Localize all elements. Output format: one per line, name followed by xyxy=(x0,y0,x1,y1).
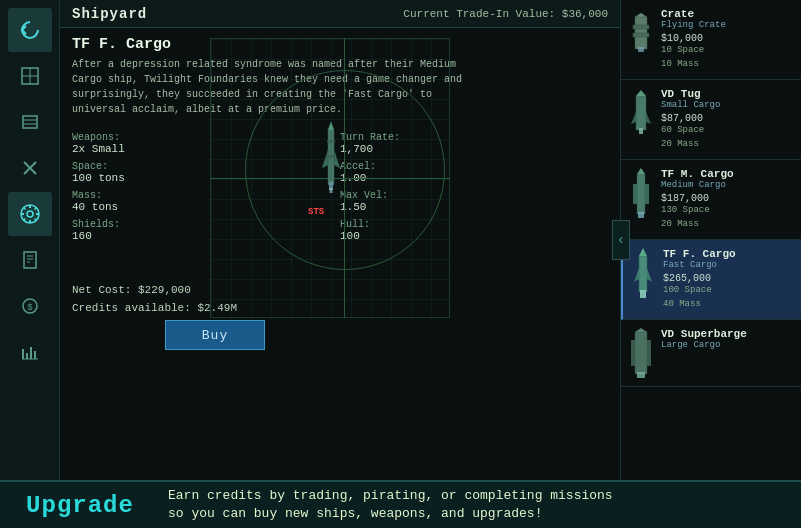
ship-card-sprite xyxy=(629,168,653,218)
svg-text:$: $ xyxy=(27,303,33,313)
svg-marker-41 xyxy=(635,13,647,17)
svg-marker-56 xyxy=(647,268,652,282)
svg-marker-55 xyxy=(634,268,639,282)
upgrade-label: Upgrade xyxy=(0,492,160,519)
ship-card-type: Flying Crate xyxy=(661,20,793,30)
svg-rect-42 xyxy=(638,47,644,52)
ship-card-name: TF M. Cargo xyxy=(661,168,793,180)
ship-card-stats: 130 Space 20 Mass xyxy=(661,204,793,231)
buy-button[interactable]: Buy xyxy=(165,320,265,350)
svg-rect-36 xyxy=(327,140,335,143)
svg-rect-48 xyxy=(637,174,645,214)
svg-marker-31 xyxy=(322,150,328,168)
ship-card-price: $10,000 xyxy=(661,33,793,44)
ship-card-name: Crate xyxy=(661,8,793,20)
ship-card-crate[interactable]: CrateFlying Crate$10,00010 Space 10 Mass xyxy=(621,0,801,80)
ship-card-stats: 100 Space 40 Mass xyxy=(663,284,793,311)
ship-card-type: Small Cargo xyxy=(661,100,793,110)
ship-card-info: TF F. CargoFast Cargo$265,000100 Space 4… xyxy=(663,248,793,311)
ship-card-type: Fast Cargo xyxy=(663,260,793,270)
ship-card-price: $87,000 xyxy=(661,113,793,124)
ship-card-name: TF F. Cargo xyxy=(663,248,793,260)
sidebar-icon-missions[interactable] xyxy=(8,238,52,282)
main-panel: Shipyard Current Trade-In Value: $36,000… xyxy=(60,0,620,480)
sidebar-icon-finance[interactable] xyxy=(8,330,52,374)
sts-label: STS xyxy=(308,207,324,217)
svg-marker-45 xyxy=(631,112,636,124)
svg-rect-3 xyxy=(23,116,37,128)
ship-card-sprite xyxy=(629,88,653,138)
bottom-bar: Upgrade Earn credits by trading, piratin… xyxy=(0,480,801,528)
svg-marker-30 xyxy=(328,122,334,130)
svg-rect-39 xyxy=(633,25,649,29)
svg-rect-18 xyxy=(24,252,36,268)
ship-card-stats: 60 Space 20 Mass xyxy=(661,124,793,151)
ship-list-panel: CrateFlying Crate$10,00010 Space 10 Mass… xyxy=(620,0,801,480)
sidebar-icon-cargo[interactable] xyxy=(8,100,52,144)
svg-rect-62 xyxy=(637,372,645,378)
ship-card-price: $265,000 xyxy=(663,273,793,284)
ship-sprite xyxy=(322,120,340,200)
svg-marker-46 xyxy=(646,112,651,124)
ship-card-stats: 10 Space 10 Mass xyxy=(661,44,793,71)
sidebar-icon-back[interactable] xyxy=(8,8,52,52)
svg-rect-53 xyxy=(639,256,647,292)
collapse-panel-button[interactable]: ‹ xyxy=(612,220,630,260)
ship-card-vd-tug[interactable]: VD TugSmall Cargo$87,00060 Space 20 Mass xyxy=(621,80,801,160)
sidebar-icon-trade[interactable]: $ xyxy=(8,284,52,328)
svg-rect-47 xyxy=(639,128,643,134)
svg-rect-40 xyxy=(633,33,649,37)
svg-line-17 xyxy=(23,219,25,221)
ship-card-type: Medium Cargo xyxy=(661,180,793,190)
svg-marker-59 xyxy=(635,328,647,332)
ship-card-sprite xyxy=(629,8,653,58)
ship-card-vd-superbarge[interactable]: VD SuperbargeLarge Cargo xyxy=(621,320,801,387)
svg-point-9 xyxy=(27,211,33,217)
svg-rect-58 xyxy=(635,332,647,374)
ship-card-info: VD TugSmall Cargo$87,00060 Space 20 Mass xyxy=(661,88,793,151)
ship-card-info: VD SuperbargeLarge Cargo xyxy=(661,328,793,353)
ship-card-info: TF M. CargoMedium Cargo$187,000130 Space… xyxy=(661,168,793,231)
svg-rect-34 xyxy=(330,188,333,193)
ship-card-sprite xyxy=(629,328,653,378)
svg-rect-51 xyxy=(645,184,649,204)
svg-rect-52 xyxy=(638,212,644,218)
ship-card-name: VD Tug xyxy=(661,88,793,100)
trade-in-value: Current Trade-In Value: $36,000 xyxy=(403,8,608,20)
svg-marker-44 xyxy=(636,90,646,96)
sidebar: $ xyxy=(0,0,60,480)
svg-rect-50 xyxy=(633,184,637,204)
ship-card-sprite xyxy=(631,248,655,298)
bottom-tip: Earn credits by trading, pirating, or co… xyxy=(160,487,801,523)
sidebar-icon-tools[interactable] xyxy=(8,146,52,190)
ship-card-price: $187,000 xyxy=(661,193,793,204)
svg-marker-49 xyxy=(637,168,645,174)
svg-marker-32 xyxy=(334,150,340,168)
sidebar-icon-helm[interactable] xyxy=(8,192,52,236)
svg-line-16 xyxy=(34,208,36,210)
header-bar: Shipyard Current Trade-In Value: $36,000 xyxy=(60,0,620,28)
sidebar-icon-map[interactable] xyxy=(8,54,52,98)
page-title: Shipyard xyxy=(72,6,147,22)
svg-line-14 xyxy=(23,208,25,210)
svg-rect-57 xyxy=(640,290,646,298)
ship-card-tf-f.-cargo[interactable]: TF F. CargoFast Cargo$265,000100 Space 4… xyxy=(621,240,801,320)
ship-card-type: Large Cargo xyxy=(661,340,793,350)
ship-viewport-circle xyxy=(245,70,445,270)
svg-rect-60 xyxy=(631,340,635,366)
ship-card-name: VD Superbarge xyxy=(661,328,793,340)
svg-rect-43 xyxy=(636,96,646,130)
svg-rect-61 xyxy=(647,340,651,366)
svg-marker-54 xyxy=(639,248,647,256)
ship-card-tf-m.-cargo[interactable]: TF M. CargoMedium Cargo$187,000130 Space… xyxy=(621,160,801,240)
svg-rect-37 xyxy=(327,155,335,158)
svg-line-15 xyxy=(34,219,36,221)
ship-card-info: CrateFlying Crate$10,00010 Space 10 Mass xyxy=(661,8,793,71)
